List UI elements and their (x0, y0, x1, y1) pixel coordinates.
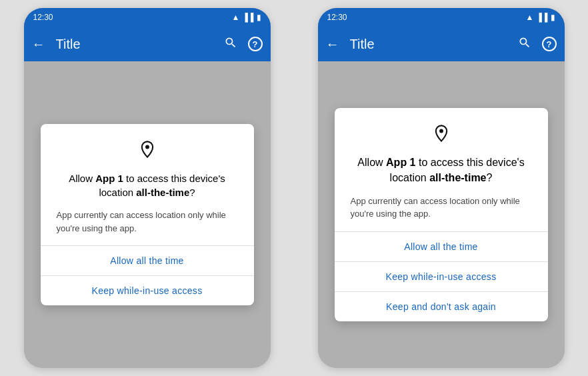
phone2-battery-icon: ▮ (551, 13, 555, 22)
phone2-help-icon[interactable]: ? (542, 37, 557, 51)
phone1-search-icon[interactable] (224, 36, 237, 53)
phone2-allow-button[interactable]: Allow all the time (335, 232, 548, 262)
phone1-time: 12:30 (33, 13, 53, 22)
phone1-back-icon[interactable]: ← (32, 37, 45, 52)
phone2-time: 12:30 (327, 13, 347, 22)
phone2-dialog-message: App currently can access location only w… (351, 195, 532, 221)
phone1-allow-button[interactable]: Allow all the time (41, 246, 254, 276)
phone2-app-bar: ← Title ? (318, 27, 565, 61)
phone1-app-bar: ← Title ? (24, 27, 271, 61)
phone2-signal-icon: ▐▐ (536, 13, 547, 22)
phone1-dialog-icon (57, 140, 238, 163)
phone2-back-icon[interactable]: ← (326, 37, 339, 52)
phone1-status-icons: ▲ ▐▐ ▮ (232, 13, 261, 22)
phone2-keep-button[interactable]: Keep while-in-use access (335, 262, 548, 292)
signal-icon: ▐▐ (242, 13, 253, 22)
phone1-help-icon[interactable]: ? (248, 37, 263, 51)
phone2-status-bar: 12:30 ▲ ▐▐ ▮ (318, 8, 565, 27)
phone1-keep-button[interactable]: Keep while-in-use access (41, 276, 254, 305)
phone1-dialog-title: Allow App 1 to access this device's loca… (57, 171, 238, 199)
phone1-status-bar: 12:30 ▲ ▐▐ ▮ (24, 8, 271, 27)
phone1-wrapper: 12:30 ▲ ▐▐ ▮ ← Title ? (0, 0, 294, 376)
phone2-app-bar-icons: ? (518, 36, 557, 53)
phone2-dialog-icon (351, 124, 532, 147)
svg-point-0 (145, 145, 149, 149)
phone1: 12:30 ▲ ▐▐ ▮ ← Title ? (24, 8, 271, 368)
phone2-wifi-icon: ▲ (526, 13, 534, 22)
phone2: 12:30 ▲ ▐▐ ▮ ← Title ? (318, 8, 565, 368)
wifi-icon: ▲ (232, 13, 240, 22)
battery-icon: ▮ (257, 13, 261, 22)
phone2-content: Allow App 1 to access this device's loca… (318, 61, 565, 368)
phone1-dialog-message: App currently can access location only w… (57, 209, 238, 235)
phone1-dialog: Allow App 1 to access this device's loca… (41, 124, 254, 305)
svg-point-1 (439, 129, 443, 133)
phone1-app-title: Title (56, 37, 224, 52)
phone2-status-icons: ▲ ▐▐ ▮ (526, 13, 555, 22)
phone1-content: Allow App 1 to access this device's loca… (24, 61, 271, 368)
phone2-search-icon[interactable] (518, 36, 531, 53)
phone2-app-title: Title (350, 37, 518, 52)
phone2-dialog: Allow App 1 to access this device's loca… (335, 108, 548, 321)
phone1-app-bar-icons: ? (224, 36, 263, 53)
phone2-deny-button[interactable]: Keep and don't ask again (335, 292, 548, 321)
phone2-dialog-title: Allow App 1 to access this device's loca… (351, 155, 532, 185)
phone2-wrapper: 12:30 ▲ ▐▐ ▮ ← Title ? (294, 0, 588, 376)
